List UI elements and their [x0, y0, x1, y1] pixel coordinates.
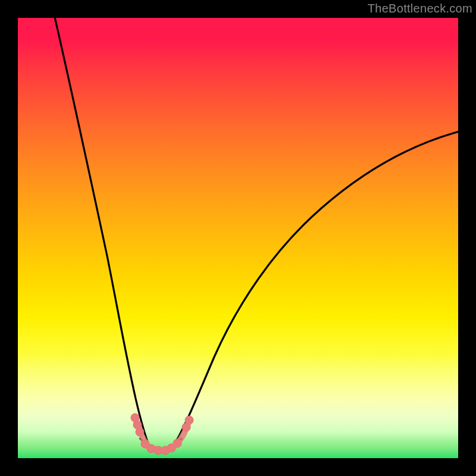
- bottleneck-curve-left: [54, 18, 150, 449]
- bottleneck-curve-right: [173, 131, 458, 447]
- curve-layer: [18, 18, 458, 458]
- plot-area: [18, 18, 458, 458]
- watermark-text: TheBottleneck.com: [368, 2, 472, 15]
- chart-frame: TheBottleneck.com: [0, 0, 476, 476]
